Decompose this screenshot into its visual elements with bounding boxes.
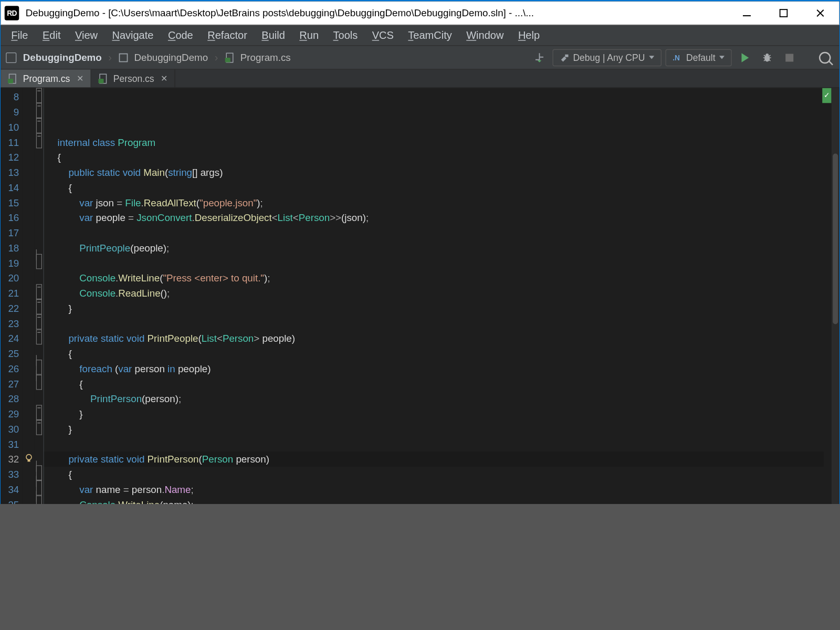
- fold-toggle-icon[interactable]: [36, 405, 42, 420]
- breadcrumb-file[interactable]: Program.cs: [240, 52, 291, 63]
- menu-item-code[interactable]: Code: [161, 27, 200, 44]
- svg-text:.N: .N: [673, 54, 680, 61]
- breadcrumb[interactable]: DebuggingDemo › DebuggingDemo › Program.…: [6, 51, 290, 64]
- code-line[interactable]: internal class Program: [47, 134, 832, 150]
- debug-button[interactable]: [758, 49, 776, 66]
- maximize-button[interactable]: [775, 4, 792, 22]
- code-line[interactable]: private static void PrintPeople(List<Per…: [47, 331, 832, 346]
- csharp-file-icon: [7, 73, 18, 83]
- menu-item-view[interactable]: View: [68, 27, 104, 44]
- gutter[interactable]: 8910111213141516171819202122232425262728…: [1, 88, 44, 505]
- lightbulb-icon[interactable]: [24, 453, 34, 463]
- svg-line-16: [769, 59, 771, 61]
- code-line[interactable]: [47, 225, 832, 240]
- analysis-ok-icon[interactable]: ✓: [822, 88, 832, 103]
- fold-toggle-icon[interactable]: [36, 420, 42, 435]
- app-badge-icon: RD: [5, 6, 19, 20]
- svg-rect-20: [98, 78, 103, 83]
- ide-window: RD DebuggingDemo - [C:\Users\maart\Deskt…: [0, 0, 840, 504]
- code-line[interactable]: var json = File.ReadAllText("people.json…: [47, 195, 832, 210]
- breadcrumb-solution[interactable]: DebuggingDemo: [23, 52, 102, 63]
- gutter-marks[interactable]: [23, 88, 35, 505]
- fold-end-icon: [36, 375, 42, 390]
- code-line[interactable]: Console.WriteLine(name);: [47, 497, 832, 504]
- fold-toggle-icon[interactable]: [36, 314, 42, 330]
- configuration-selector[interactable]: Debug | Any CPU: [553, 49, 662, 66]
- scrollbar-thumb[interactable]: [833, 154, 838, 324]
- toolbar: Debug | Any CPU .N Default: [530, 49, 834, 66]
- menu-item-navigate[interactable]: Navigate: [106, 27, 160, 44]
- code-area[interactable]: ✓ internal class Program { public static…: [44, 88, 832, 505]
- code-line[interactable]: var people = JsonConvert.DeserializeObje…: [47, 210, 832, 225]
- menu-item-tools[interactable]: Tools: [327, 27, 364, 44]
- menu-item-refactor[interactable]: Refactor: [201, 27, 254, 44]
- code-line[interactable]: {: [47, 150, 832, 165]
- menu-item-window[interactable]: Window: [460, 27, 510, 44]
- build-icon[interactable]: [530, 49, 549, 66]
- code-line[interactable]: PrintPerson(person);: [47, 391, 832, 406]
- code-line[interactable]: }: [47, 422, 832, 437]
- code-line[interactable]: [47, 255, 832, 270]
- search-icon: [819, 51, 831, 64]
- minimize-button[interactable]: [738, 4, 755, 22]
- fold-toggle-icon[interactable]: [36, 330, 42, 345]
- svg-point-21: [26, 454, 32, 459]
- close-button[interactable]: [812, 4, 829, 22]
- code-line[interactable]: }: [47, 406, 832, 422]
- fold-toggle-icon[interactable]: [36, 118, 42, 133]
- navigation-bar: DebuggingDemo › DebuggingDemo › Program.…: [1, 46, 839, 70]
- search-everywhere-button[interactable]: [816, 49, 834, 66]
- csharp-file-icon: [98, 73, 108, 83]
- close-tab-icon[interactable]: ✕: [161, 74, 168, 83]
- fold-end-icon: [36, 465, 42, 480]
- vertical-scrollbar[interactable]: [832, 88, 839, 505]
- run-button[interactable]: [736, 49, 754, 66]
- play-icon: [741, 53, 749, 62]
- close-tab-icon[interactable]: ✕: [77, 74, 84, 83]
- code-line[interactable]: {: [47, 180, 832, 195]
- code-editor[interactable]: 8910111213141516171819202122232425262728…: [1, 88, 839, 505]
- code-line[interactable]: var name = person.Name;: [47, 482, 832, 497]
- menu-item-file[interactable]: File: [5, 27, 35, 44]
- csharp-file-icon: [225, 52, 235, 62]
- code-line[interactable]: }: [47, 301, 832, 316]
- menu-item-edit[interactable]: Edit: [36, 27, 67, 44]
- fold-toggle-icon[interactable]: [36, 133, 42, 149]
- code-line[interactable]: PrintPeople(people);: [47, 240, 832, 256]
- chevron-right-icon: ›: [215, 51, 218, 64]
- chevron-right-icon: ›: [108, 51, 112, 64]
- breadcrumb-project[interactable]: DebuggingDemo: [134, 52, 208, 63]
- menu-item-teamcity[interactable]: TeamCity: [402, 27, 458, 44]
- code-line[interactable]: {: [47, 376, 832, 391]
- code-line[interactable]: Console.ReadLine();: [47, 286, 832, 301]
- menu-item-build[interactable]: Build: [255, 27, 291, 44]
- stop-button[interactable]: [780, 49, 799, 66]
- svg-rect-7: [565, 54, 568, 57]
- code-line[interactable]: foreach (var person in people): [47, 361, 832, 376]
- menu-item-vcs[interactable]: VCS: [365, 27, 400, 44]
- fold-toggle-icon[interactable]: [36, 284, 42, 299]
- code-line[interactable]: Console.WriteLine("Press <enter> to quit…: [47, 270, 832, 286]
- run-config-label: Default: [686, 52, 715, 62]
- fold-toggle-icon[interactable]: [36, 103, 42, 118]
- code-line[interactable]: {: [47, 346, 832, 361]
- editor-tab[interactable]: Person.cs✕: [91, 70, 175, 88]
- menu-item-help[interactable]: Help: [511, 27, 546, 44]
- fold-end-icon: [36, 480, 42, 496]
- code-line[interactable]: [47, 436, 832, 452]
- code-line[interactable]: {: [47, 467, 832, 482]
- configuration-label: Debug | Any CPU: [573, 52, 645, 62]
- svg-rect-1: [780, 9, 788, 17]
- menu-item-run[interactable]: Run: [293, 27, 326, 44]
- editor-tabs: Program.cs✕Person.cs✕: [1, 70, 839, 88]
- svg-line-15: [764, 59, 765, 61]
- run-config-selector[interactable]: .N Default: [665, 49, 732, 66]
- fold-column[interactable]: [35, 88, 44, 505]
- title-bar[interactable]: RD DebuggingDemo - [C:\Users\maart\Deskt…: [1, 2, 839, 25]
- code-line[interactable]: [47, 316, 832, 331]
- fold-end-icon: [36, 496, 42, 504]
- fold-toggle-icon[interactable]: [36, 299, 42, 314]
- editor-tab[interactable]: Program.cs✕: [1, 70, 91, 88]
- fold-toggle-icon[interactable]: [36, 88, 42, 103]
- code-line[interactable]: public static void Main(string[] args): [47, 165, 832, 180]
